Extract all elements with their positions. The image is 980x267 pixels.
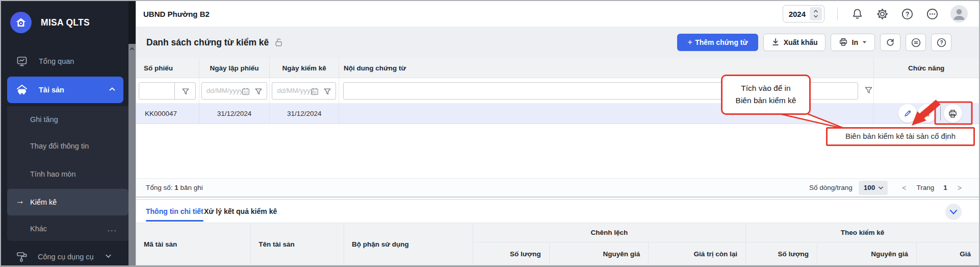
calendar-icon[interactable]: [241, 87, 250, 98]
col-header-nguyen-gia-2[interactable]: Nguyên giá: [817, 242, 917, 265]
sidebar-item-tong-quan[interactable]: Tổng quan: [1, 50, 128, 72]
filter-ngay-lap-date-input[interactable]: dd/MM/yyyy: [201, 82, 267, 100]
prev-page-button[interactable]: <: [899, 184, 909, 192]
col-header-so-phieu[interactable]: Số phiếu: [136, 58, 199, 78]
divider: [940, 106, 941, 120]
feedback-button[interactable]: [906, 34, 926, 51]
table-footer: Tổng số: 1 bản ghi Số dòng/trang 100 < T…: [136, 178, 979, 198]
app-window: MISA QLTS Tổng quan Tài sản Ghi tăng Tha…: [0, 0, 980, 267]
cell-ngay-lap-phieu: 31/12/2024: [199, 103, 270, 124]
table-filter-row: dd/MM/yyyy dd/MM/yyyy: [136, 78, 979, 103]
settings-gear-icon[interactable]: [875, 7, 889, 20]
svg-text:?: ?: [940, 40, 943, 45]
help-circle-button[interactable]: ?: [931, 34, 951, 51]
sidebar-item-khac[interactable]: Khác ...: [7, 215, 128, 242]
sidebar-item-tinh-hao-mon[interactable]: Tính hao mòn: [7, 161, 128, 187]
page-label: Trang: [917, 184, 935, 191]
download-icon: [771, 37, 780, 48]
voucher-table: Số phiếu Ngày lập phiếu Ngày kiểm kê Nội…: [136, 58, 979, 124]
col-header-ma-tai-san[interactable]: Mã tài sản: [136, 223, 251, 265]
filter-ngay-kiem-ke-date-input[interactable]: dd/MM/yyyy: [272, 82, 336, 100]
col-header-so-luong[interactable]: Số lượng: [473, 242, 550, 265]
col-header-gia-tri-con-lai[interactable]: Giá trị còn lại: [649, 242, 745, 265]
col-header-ten-tai-san[interactable]: Tên tài sản: [251, 223, 344, 265]
filter-funnel-icon[interactable]: [181, 87, 190, 98]
delete-row-button[interactable]: [918, 104, 936, 123]
detail-tabs: Thông tin chi tiết Xử lý kết quả kiểm kê: [136, 199, 979, 223]
sidebar-scrollbar[interactable]: [128, 1, 136, 265]
table-row[interactable]: KK000047 31/12/2024 31/12/2024: [136, 103, 979, 124]
scrollbar-thumb[interactable]: [128, 44, 136, 265]
paint-roller-icon: [15, 250, 29, 263]
sidebar-item-ghi-tang[interactable]: Ghi tăng: [7, 106, 128, 133]
sidebar-item-thay-doi-thong-tin[interactable]: Thay đổi thông tin: [7, 133, 128, 159]
print-button[interactable]: In: [831, 34, 875, 51]
col-header-gia-clipped[interactable]: Giá: [917, 242, 979, 265]
home-logo-icon: [10, 12, 32, 33]
tab-thong-tin-chi-tiet[interactable]: Thông tin chi tiết: [146, 200, 203, 223]
tab-xu-ly-ket-qua-kiem-ke[interactable]: Xử lý kết quả kiểm kê: [204, 200, 277, 223]
page-header: Danh sách chứng từ kiểm kê + Thêm chứng …: [136, 27, 979, 58]
cell-ngay-kiem-ke: 31/12/2024: [270, 103, 339, 124]
col-group-chenh-lech: Chênh lệch Số lượng Nguyên giá Giá trị c…: [473, 223, 746, 265]
arrow-right-icon: →: [16, 196, 24, 206]
sidebar-item-tai-san[interactable]: Tài sản: [7, 77, 123, 103]
filter-so-phieu-input[interactable]: [139, 82, 196, 100]
plus-icon: +: [687, 37, 692, 47]
collapse-panel-button[interactable]: [945, 204, 962, 220]
top-bar: UBND Phường B2 2024 ?: [136, 1, 979, 27]
col-header-chuc-nang[interactable]: Chức năng: [874, 58, 979, 78]
table-header-row: Số phiếu Ngày lập phiếu Ngày kiểm kê Nội…: [136, 58, 979, 78]
col-header-ngay-kiem-ke[interactable]: Ngày kiểm kê: [270, 58, 339, 78]
filter-funnel-icon[interactable]: [864, 85, 873, 96]
page-size-select[interactable]: 100: [859, 181, 888, 195]
dashboard-icon: [15, 55, 29, 68]
sidebar-item-kiem-ke[interactable]: → Kiểm kê: [7, 189, 128, 215]
chevron-down-icon: [105, 252, 112, 261]
col-group-theo-kiem-ke: Theo kiểm kê Số lượng Nguyên giá Giá: [746, 223, 979, 265]
detail-table-body: [136, 265, 979, 267]
col-header-ngay-lap-phieu[interactable]: Ngày lập phiếu: [199, 58, 270, 78]
sidebar-submenu: Ghi tăng Thay đổi thông tin Tính hao mòn…: [7, 106, 128, 241]
organization-name: UBND Phường B2: [143, 10, 210, 18]
next-page-button[interactable]: >: [955, 184, 965, 192]
print-tooltip: Biên bản kiểm kê tài sản cố định: [826, 127, 975, 146]
year-value: 2024: [789, 10, 806, 18]
more-options-icon[interactable]: [925, 7, 939, 20]
filter-funnel-icon[interactable]: [254, 87, 263, 98]
scroll-up-icon: [130, 45, 135, 53]
user-avatar[interactable]: [950, 5, 968, 22]
page-title: Danh sách chứng từ kiểm kê: [146, 37, 269, 48]
sidebar: MISA QLTS Tổng quan Tài sản Ghi tăng Tha…: [1, 1, 128, 265]
notifications-bell-icon[interactable]: [850, 7, 864, 20]
refresh-button[interactable]: [880, 34, 900, 51]
chevron-down-icon: [878, 186, 884, 190]
app-logo: MISA QLTS: [1, 1, 128, 44]
app-title: MISA QLTS: [41, 17, 90, 28]
year-selector[interactable]: 2024: [783, 5, 824, 22]
page-size-label: Số dòng/trang: [809, 184, 853, 191]
annotation-callout: Tích vào để in Biên bản kiểm kê: [721, 75, 811, 115]
calendar-icon[interactable]: [310, 87, 319, 98]
export-button[interactable]: Xuất khẩu: [763, 34, 826, 51]
help-icon[interactable]: ?: [900, 7, 914, 20]
col-header-nguyen-gia[interactable]: Nguyên giá: [550, 242, 649, 265]
current-page: 1: [943, 184, 947, 191]
chevron-down-icon: [949, 209, 958, 215]
cell-so-phieu: KK000047: [136, 103, 199, 124]
print-row-button[interactable]: [944, 104, 962, 123]
asset-icon: [15, 83, 29, 96]
chevron-up-icon: [108, 85, 116, 95]
year-stepper[interactable]: [810, 7, 822, 20]
add-voucher-button[interactable]: + Thêm chứng từ: [677, 34, 758, 51]
edit-row-button[interactable]: [898, 104, 917, 123]
svg-text:?: ?: [905, 10, 909, 17]
sidebar-item-cong-cu-dung-cu[interactable]: Công cụ dụng cụ: [1, 245, 128, 267]
unlock-icon[interactable]: [274, 37, 284, 49]
divider: [837, 7, 838, 20]
detail-table-header: Mã tài sản Tên tài sản Bộ phận sử dụng C…: [136, 223, 979, 265]
record-count: 1: [174, 184, 178, 191]
col-header-bo-phan-su-dung[interactable]: Bộ phận sử dụng: [344, 223, 473, 265]
filter-funnel-icon[interactable]: [323, 87, 332, 98]
col-header-so-luong-2[interactable]: Số lượng: [746, 242, 817, 265]
